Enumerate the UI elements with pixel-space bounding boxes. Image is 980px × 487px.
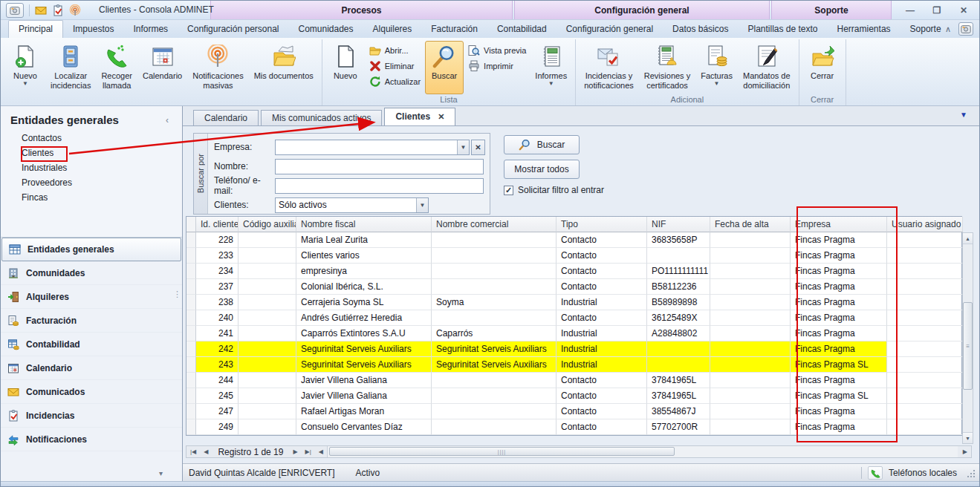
actualizar-button[interactable]: Actualizar [369, 76, 421, 88]
ribbon-tab-alquileres[interactable]: Alquileres [363, 21, 422, 38]
collapse-ribbon-icon[interactable]: ∧ [945, 24, 951, 34]
table-row[interactable]: 228Maria Leal ZuritaContacto36835658PFin… [186, 232, 961, 248]
abrir-button[interactable]: Abrir... [369, 45, 421, 56]
buscar-button[interactable]: Buscar [504, 135, 580, 154]
first-record-button[interactable]: |◀ [186, 448, 200, 455]
table-row[interactable]: 241Caparrós Extintores S.A.UCaparrósIndu… [186, 326, 961, 341]
splitter-handle[interactable]: ⋮ [173, 292, 181, 297]
mostrar-todos-button[interactable]: Mostrar todos [504, 160, 580, 179]
informes-button[interactable]: Informes▼ [530, 41, 571, 94]
scroll-right-icon[interactable]: ▶ [959, 448, 971, 455]
ribbon-tab-herramientas[interactable]: Herramientas [828, 21, 901, 38]
last-record-button[interactable]: ▶| [302, 448, 315, 455]
next-record-button[interactable]: ▶ [289, 448, 301, 455]
mail-icon[interactable] [35, 4, 47, 16]
recoger-llamada-button[interactable]: Recoger llamada [97, 41, 137, 94]
tasks-icon[interactable] [52, 4, 64, 16]
cerrar-button[interactable]: Cerrar [803, 41, 842, 94]
sidebar-item-facturacion[interactable]: Facturación [1, 309, 182, 333]
ribbon-tab-datos-basicos[interactable]: Datos básicos [663, 21, 738, 38]
sidebar-item-incidencias[interactable]: Incidencias [1, 404, 182, 428]
ribbon-tab-configuracion-personal[interactable]: Configuración personal [178, 21, 288, 38]
empresacombo[interactable]: ▼ [275, 140, 470, 155]
app-icon[interactable] [6, 3, 24, 18]
ribbon-tab-principal[interactable]: Principal [8, 20, 63, 38]
column-header-nombre-fiscal[interactable]: Nombre fiscal [296, 217, 432, 232]
collapse-panel-icon[interactable]: ‹ [166, 115, 169, 125]
ribbon-tab-impuestos[interactable]: Impuestos [63, 21, 123, 38]
table-row[interactable]: 240Andrés Gutiérrez HerediaContacto36125… [186, 310, 961, 326]
scroll-left-icon[interactable]: ◀ [315, 448, 327, 455]
nuevo-button[interactable]: Nuevo [326, 41, 365, 94]
help-app-icon[interactable] [958, 22, 973, 36]
ribbon-tab-contabilidad[interactable]: Contabilidad [487, 21, 556, 38]
column-header-id-cliente[interactable]: Id. cliente [196, 217, 238, 232]
tab-mis-comunicados-activos[interactable]: Mis comunicados activos [261, 110, 382, 125]
buscar-button[interactable]: Buscar [425, 41, 464, 94]
sidebar-overflow-icon[interactable]: ▾ [159, 469, 163, 477]
scroll-down-icon[interactable]: ▼ [963, 432, 973, 443]
telefono-e-mailinput[interactable] [275, 178, 484, 194]
column-header-tipo[interactable]: Tipo [556, 217, 647, 232]
ribbon-tab-plantillas-de-texto[interactable]: Plantillas de texto [738, 21, 827, 38]
vertical-scroll-thumb[interactable]: ≡ [963, 302, 973, 390]
ribbon-tab-facturacion[interactable]: Facturación [421, 21, 487, 38]
table-row[interactable]: 247Rafael Artigas MoranContacto38554867J… [186, 404, 961, 419]
facturas-button[interactable]: Facturas▼ [696, 41, 737, 94]
horizontal-scrollbar[interactable]: |||| [327, 446, 958, 457]
column-header-empresa[interactable]: Empresa [791, 217, 887, 232]
nombreinput[interactable] [275, 159, 484, 174]
sidebar-item-calendario[interactable]: Calendario [1, 356, 182, 380]
scroll-up-icon[interactable]: ▲ [963, 233, 973, 244]
table-row[interactable]: 242Segurinitat Serveis AuxiliarsSegurini… [186, 341, 961, 357]
local-phones-icon[interactable] [868, 466, 883, 480]
local-phones-label[interactable]: Teléfonos locales [889, 468, 957, 478]
incidencias-y-notificaciones-button[interactable]: Incidencias y notificaciones [580, 41, 638, 94]
column-header-nombre-comercial[interactable]: Nombre comercial [432, 217, 556, 232]
mandatos-de-domiciliacion-button[interactable]: Mandatos de domiciliación [739, 41, 795, 94]
eliminar-button[interactable]: Eliminar [369, 60, 421, 72]
prev-record-button[interactable]: ◀ [200, 448, 212, 455]
resize-grip[interactable] [966, 468, 975, 477]
imprimir-button[interactable]: Imprimir [468, 60, 526, 72]
ribbon-tab-soporte[interactable]: Soporte [901, 21, 951, 38]
localizar-incidencias-button[interactable]: Localizar incidencias [46, 41, 95, 94]
table-row[interactable]: 237Colonial Ibérica, S.L.ContactoB581122… [186, 279, 961, 295]
table-row[interactable]: 244Javier Villena GalianaContacto3784196… [186, 373, 961, 388]
close-button[interactable]: ✕ [954, 4, 973, 16]
tab-list-dropdown-icon[interactable]: ▼ [960, 111, 967, 119]
column-header-fecha-de-alta[interactable]: Fecha de alta [710, 217, 791, 232]
ribbon-tab-configuracion-general[interactable]: Configuración general [556, 21, 663, 38]
sidebar-item-alquileres[interactable]: Alquileres [1, 285, 182, 309]
clientesselect[interactable]: Sólo activos▼ [275, 197, 429, 213]
sidebar-item-entidades-generales[interactable]: Entidades generales [1, 238, 181, 261]
vertical-scrollbar[interactable]: ▲ ≡ ▼ [962, 232, 973, 444]
table-row[interactable]: 233Clientes variosContactoFincas Pragma [186, 248, 961, 264]
clear-filter-icon[interactable]: ✕ [471, 140, 485, 155]
revisiones-y-certificados-button[interactable]: Revisiones y certificados [640, 41, 695, 94]
column-header-nif[interactable]: NIF [647, 217, 710, 232]
chevron-down-icon[interactable]: ▼ [457, 140, 469, 154]
sidebar-item-contabilidad[interactable]: Contabilidad [1, 333, 182, 356]
chevron-down-icon[interactable]: ▼ [416, 198, 428, 212]
minimize-button[interactable]: — [901, 4, 920, 16]
horizontal-scroll-thumb[interactable]: |||| [329, 447, 675, 456]
ribbon-tab-comunidades[interactable]: Comunidades [289, 21, 363, 38]
column-header-codigo-auxiliar[interactable]: Código auxiliar [238, 217, 296, 232]
notificaciones-masivas-button[interactable]: Notificaciones masivas [188, 41, 247, 94]
table-row[interactable]: 243Segurinitat Serveis AuxiliarsSegurini… [186, 357, 961, 373]
explorer-item-clientes[interactable]: Clientes [1, 146, 182, 160]
mis-documentos-button[interactable]: Mis documentos [250, 41, 318, 94]
table-row[interactable]: 238Cerrajeria Soyma SLSoymaIndustrialB58… [186, 295, 961, 310]
nuevo-button[interactable]: Nuevo▼ [6, 41, 45, 94]
close-tab-icon[interactable]: ✕ [438, 112, 444, 122]
solicitar-filtro-checkbox[interactable]: ✓ [504, 186, 513, 195]
calendario-button[interactable]: Calendario [138, 41, 186, 94]
sidebar-item-comunicados[interactable]: Comunicados [1, 380, 182, 404]
table-row[interactable]: 245Javier Villena GalianaContacto3784196… [186, 388, 961, 404]
vista-previa-button[interactable]: Vista previa [468, 45, 526, 56]
sidebar-item-notificaciones[interactable]: Notificaciones [1, 428, 182, 451]
table-row[interactable]: 249Consuelo Cervantes DíazContacto577027… [186, 419, 961, 435]
sidebar-item-comunidades[interactable]: Comunidades [1, 261, 182, 285]
explorer-item-proveedores[interactable]: Proveedores [1, 175, 182, 190]
